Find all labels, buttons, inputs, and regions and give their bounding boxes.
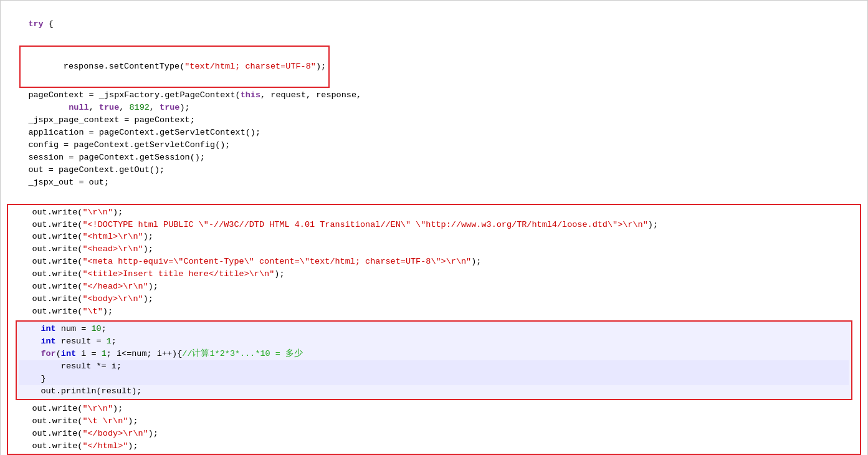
line-closing-brace: } [19,373,849,385]
box-set-content-type: response.setContentType("text/html; char… [19,46,330,88]
line-write-endhead: out.write("</head>\r\n"); [11,280,857,293]
line-jspx-out: _jspx_out = out; [7,176,861,189]
line-int-num: int num = 10; [19,323,849,335]
line-write-head: out.write("<head>\r\n"); [11,243,857,256]
line-write-endbody: out.write("</body>\r\n"); [11,428,857,440]
line-write-doctype: out.write("<!DOCTYPE html PUBLIC \"-//W3… [11,219,857,231]
line-write-title: out.write("<title>Insert title here</tit… [11,268,857,280]
line-application: application = pageContext.getServletCont… [7,127,861,139]
line-write-rn1: out.write("\r\n"); [11,206,857,219]
line-config: config = pageContext.getServletConfig(); [7,139,861,151]
line-result-assign: result *= i; [19,360,849,373]
box-out-write-section: out.write("\r\n"); out.write("<!DOCTYPE … [7,204,861,455]
line-try: try { [7,6,861,43]
box-java-logic: int num = 10; int result = 1; for(int i … [16,320,852,400]
line-pagecontext2: null, true, 8192, true); [7,102,861,114]
line-out: out = pageContext.getOut(); [7,164,861,176]
line-jspx-page: _jspx_page_context = pageContext; [7,114,861,127]
line-for-loop: for(int i = 1; i<=num; i++){//计算1*2*3*..… [19,348,849,360]
line-write-body: out.write("<body>\r\n"); [11,293,857,305]
line-write-meta: out.write("<meta http-equiv=\"Content-Ty… [11,256,857,268]
line-write-endhtml: out.write("</html>"); [11,440,857,453]
line-write-html: out.write("<html>\r\n"); [11,231,857,243]
line-int-result: int result = 1; [19,335,849,348]
line-write-tab-rn: out.write("\t \r\n"); [11,415,857,428]
line-write-rn2: out.write("\r\n"); [11,403,857,415]
line-session: session = pageContext.getSession(); [7,151,861,164]
code-container: try { response.setContentType("text/html… [0,0,868,455]
line-write-tab: out.write("\t"); [11,305,857,318]
line-println: out.println(result); [19,385,849,398]
line-pagecontext: pageContext = _jspxFactory.getPageContex… [7,89,861,102]
